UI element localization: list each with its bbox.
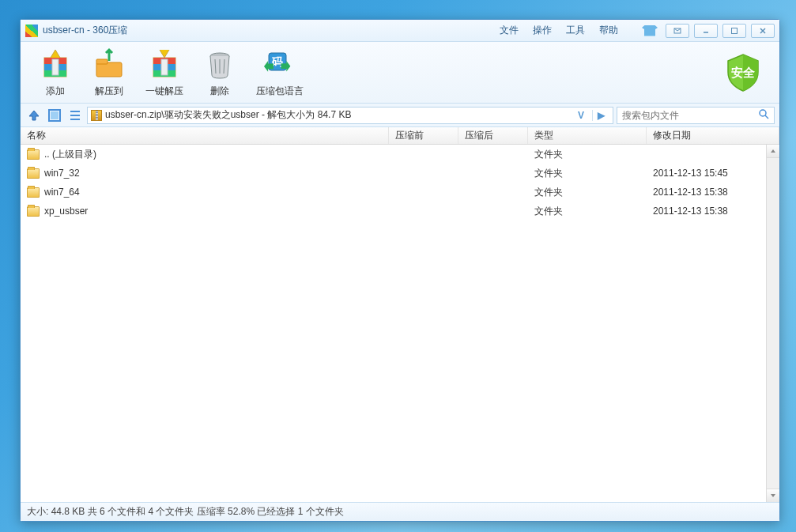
delete-label: 删除 [210, 85, 229, 98]
extract-to-label: 解压到 [95, 85, 123, 98]
extract-icon [92, 47, 126, 81]
menu-bar: 文件 操作 工具 帮助 [500, 24, 618, 37]
language-icon: 码 [262, 47, 297, 81]
add-button[interactable]: 添加 [28, 43, 82, 101]
svg-rect-9 [96, 59, 108, 64]
menu-file[interactable]: 文件 [500, 24, 519, 37]
up-button[interactable] [25, 107, 43, 124]
trash-icon [202, 47, 237, 81]
path-dropdown-icon[interactable]: V [573, 110, 589, 121]
svg-line-28 [765, 115, 768, 119]
svg-rect-7 [52, 59, 58, 75]
one-click-label: 一键解压 [145, 85, 183, 98]
svg-rect-8 [96, 62, 122, 77]
language-button[interactable]: 码 压缩包语言 [247, 43, 313, 101]
folder-icon [27, 187, 40, 198]
path-text: usbser-cn.zip\驱动安装失败之usbser - 解包大小为 84.7… [105, 108, 570, 122]
close-button[interactable] [751, 24, 775, 38]
folder-icon [27, 149, 40, 160]
toolbar: 添加 解压到 一键解压 删除 码 压缩包语言 安 [21, 42, 779, 104]
maximize-button[interactable] [722, 24, 746, 38]
col-after[interactable]: 压缩后 [458, 127, 528, 144]
vertical-scrollbar[interactable] [766, 145, 779, 502]
zip-icon [91, 110, 102, 121]
file-type: 文件夹 [528, 167, 647, 180]
delete-button[interactable]: 删除 [193, 43, 247, 101]
file-date: 2011-12-13 15:38 [647, 206, 779, 217]
scroll-down-icon[interactable] [767, 489, 779, 502]
add-label: 添加 [46, 85, 65, 98]
menu-tools[interactable]: 工具 [566, 24, 585, 37]
file-name: win7_64 [44, 187, 80, 198]
file-type: 文件夹 [528, 186, 647, 199]
one-click-extract-button[interactable]: 一键解压 [136, 43, 193, 101]
svg-rect-2 [732, 28, 738, 33]
list-item[interactable]: .. (上级目录) 文件夹 [21, 145, 779, 164]
file-name: .. (上级目录) [44, 148, 96, 161]
add-icon [38, 47, 73, 81]
feedback-button[interactable] [666, 24, 689, 38]
view-icons-button[interactable] [46, 107, 63, 124]
file-name: win7_32 [44, 168, 80, 179]
path-field[interactable]: usbser-cn.zip\驱动安装失败之usbser - 解包大小为 84.7… [87, 107, 613, 124]
file-date: 2011-12-13 15:38 [647, 187, 779, 198]
menu-help[interactable]: 帮助 [599, 24, 618, 37]
navigation-bar: usbser-cn.zip\驱动安装失败之usbser - 解包大小为 84.7… [21, 104, 779, 127]
folder-icon [27, 206, 40, 217]
col-before[interactable]: 压缩前 [389, 127, 458, 144]
search-icon[interactable] [758, 108, 769, 122]
search-field[interactable] [617, 107, 775, 124]
file-name: xp_usbser [44, 206, 88, 217]
status-bar: 大小: 44.8 KB 共 6 个文件和 4 个文件夹 压缩率 52.8% 已经… [21, 502, 779, 521]
list-item[interactable]: win7_64 文件夹 2011-12-13 15:38 [21, 183, 779, 202]
col-date[interactable]: 修改日期 [647, 127, 779, 144]
skin-icon[interactable] [642, 25, 658, 36]
security-badge[interactable]: 安全 [721, 51, 765, 95]
path-go-icon[interactable]: ▶ [592, 110, 609, 121]
file-date: 2011-12-13 15:45 [647, 168, 779, 179]
minimize-button[interactable] [694, 24, 718, 38]
one-click-icon [147, 47, 182, 81]
svg-rect-23 [51, 111, 58, 119]
svg-point-27 [760, 110, 766, 116]
svg-text:安全: 安全 [731, 66, 756, 79]
col-name[interactable]: 名称 [21, 127, 389, 144]
extract-to-button[interactable]: 解压到 [82, 43, 136, 101]
svg-rect-14 [161, 59, 168, 75]
app-window: usbser-cn - 360压缩 文件 操作 工具 帮助 添加 解压到 [20, 19, 780, 522]
window-title: usbser-cn - 360压缩 [43, 24, 127, 37]
app-icon [25, 25, 38, 37]
file-type: 文件夹 [528, 205, 647, 218]
status-text: 大小: 44.8 KB 共 6 个文件和 4 个文件夹 压缩率 52.8% 已经… [27, 505, 344, 519]
list-item[interactable]: xp_usbser 文件夹 2011-12-13 15:38 [21, 202, 779, 221]
col-type[interactable]: 类型 [528, 127, 647, 144]
list-item[interactable]: win7_32 文件夹 2011-12-13 15:45 [21, 164, 779, 183]
scroll-up-icon[interactable] [767, 145, 779, 158]
folder-icon [27, 168, 40, 179]
column-headers: 名称 压缩前 压缩后 类型 修改日期 [21, 127, 779, 145]
menu-action[interactable]: 操作 [533, 24, 552, 37]
file-list: .. (上级目录) 文件夹 win7_32 文件夹 2011-12-13 15:… [21, 145, 779, 502]
view-list-button[interactable] [66, 107, 84, 124]
title-bar[interactable]: usbser-cn - 360压缩 文件 操作 工具 帮助 [21, 20, 779, 42]
language-label: 压缩包语言 [256, 85, 304, 98]
search-input[interactable] [622, 110, 758, 121]
file-type: 文件夹 [528, 148, 647, 161]
